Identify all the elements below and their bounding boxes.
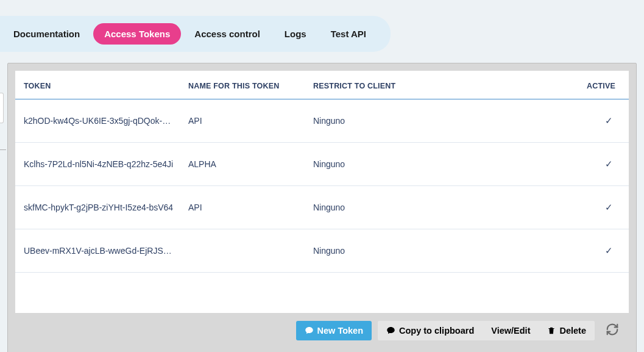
- check-icon: ✓: [605, 202, 613, 212]
- tokens-table: TOKEN NAME FOR THIS TOKEN RESTRICT TO CL…: [15, 71, 629, 273]
- cell-name: [181, 229, 306, 273]
- tab-test-api[interactable]: Test API: [320, 23, 377, 45]
- tokens-table-wrap: TOKEN NAME FOR THIS TOKEN RESTRICT TO CL…: [15, 71, 629, 273]
- new-token-button[interactable]: New Token: [296, 321, 372, 340]
- trash-icon: [547, 326, 556, 335]
- cell-active: ✓: [579, 143, 629, 186]
- col-header-active[interactable]: ACTIVE: [579, 71, 629, 99]
- tokens-panel: TOKEN NAME FOR THIS TOKEN RESTRICT TO CL…: [7, 63, 637, 352]
- cell-token: UBeev-mRX1V-ajcLB-wweGd-EjRJS-u0…: [15, 229, 181, 273]
- table-row[interactable]: UBeev-mRX1V-ajcLB-wweGd-EjRJS-u0… Ningun…: [15, 229, 629, 273]
- check-icon: ✓: [605, 159, 613, 169]
- refresh-button[interactable]: [601, 320, 621, 340]
- view-edit-button[interactable]: View/Edit: [483, 321, 539, 340]
- refresh-icon: [606, 323, 619, 336]
- cell-token: k2hOD-kw4Qs-UK6IE-3x5gj-qDQok-ah…: [15, 99, 181, 143]
- cell-name: API: [181, 99, 306, 143]
- col-header-client[interactable]: RESTRICT TO CLIENT: [306, 71, 579, 99]
- cell-token: Kclhs-7P2Ld-nl5Ni-4zNEB-q22hz-5e4Ji: [15, 143, 181, 186]
- cell-token: skfMC-hpykT-g2jPB-ziYHt-I5ze4-bsV64: [15, 186, 181, 229]
- tab-access-control[interactable]: Access control: [183, 23, 271, 45]
- button-group: Copy to clipboard View/Edit Delete: [378, 321, 595, 340]
- footer-bar: New Token Copy to clipboard View/Edit De…: [15, 313, 629, 348]
- copy-clipboard-button[interactable]: Copy to clipboard: [378, 321, 483, 340]
- cell-client: Ninguno: [306, 186, 579, 229]
- cell-client: Ninguno: [306, 99, 579, 143]
- table-row[interactable]: k2hOD-kw4Qs-UK6IE-3x5gj-qDQok-ah… API Ni…: [15, 99, 629, 143]
- view-edit-label: View/Edit: [491, 326, 530, 336]
- check-icon: ✓: [605, 115, 613, 126]
- copy-label: Copy to clipboard: [399, 326, 474, 336]
- tab-access-tokens[interactable]: Access Tokens: [93, 23, 181, 45]
- table-row[interactable]: Kclhs-7P2Ld-nl5Ni-4zNEB-q22hz-5e4Ji ALPH…: [15, 143, 629, 186]
- delete-label: Delete: [559, 326, 586, 336]
- tab-documentation[interactable]: Documentation: [2, 23, 91, 45]
- cell-client: Ninguno: [306, 229, 579, 273]
- col-header-name[interactable]: NAME FOR THIS TOKEN: [181, 71, 306, 99]
- side-handle[interactable]: [0, 93, 4, 123]
- chat-icon: [305, 326, 314, 335]
- delete-button[interactable]: Delete: [539, 321, 595, 340]
- cell-active: ✓: [579, 229, 629, 273]
- tabs-bar: Documentation Access Tokens Access contr…: [0, 16, 391, 52]
- cell-active: ✓: [579, 186, 629, 229]
- table-row[interactable]: skfMC-hpykT-g2jPB-ziYHt-I5ze4-bsV64 API …: [15, 186, 629, 229]
- col-header-token[interactable]: TOKEN: [15, 71, 181, 99]
- cell-client: Ninguno: [306, 143, 579, 186]
- cell-name: ALPHA: [181, 143, 306, 186]
- side-divider: [0, 149, 6, 150]
- cell-active: ✓: [579, 99, 629, 143]
- table-spacer: [15, 273, 629, 313]
- chat-icon: [386, 326, 395, 335]
- cell-name: API: [181, 186, 306, 229]
- check-icon: ✓: [605, 245, 613, 256]
- tab-logs[interactable]: Logs: [274, 23, 317, 45]
- new-token-label: New Token: [317, 326, 363, 336]
